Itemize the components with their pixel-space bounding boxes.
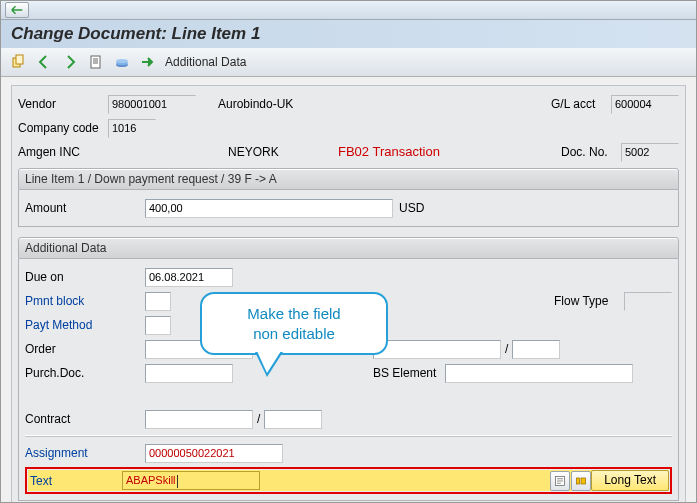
- svg-rect-2: [91, 56, 100, 68]
- order-label: Order: [25, 337, 145, 361]
- company-code-label: Company code: [18, 116, 108, 140]
- additional-data-button[interactable]: Additional Data: [165, 55, 246, 69]
- purch-doc-field[interactable]: [145, 364, 233, 383]
- long-text-label: Long Text: [604, 471, 656, 490]
- gl-acct-label: G/L acct: [551, 92, 611, 116]
- callout-line1: Make the field: [214, 304, 374, 324]
- long-text-editor-icon[interactable]: [550, 471, 570, 491]
- city-value: NEYORK: [228, 140, 338, 164]
- amount-label: Amount: [25, 196, 145, 220]
- callout-line2: non editable: [214, 324, 374, 344]
- line-item-group: Amount 400,00 USD: [18, 190, 679, 227]
- vendor-value: 980001001: [108, 95, 196, 114]
- svg-rect-1: [16, 55, 23, 64]
- amount-currency: USD: [399, 196, 424, 220]
- due-on-field[interactable]: 06.08.2021: [145, 268, 233, 287]
- company-code-value: 1016: [108, 119, 156, 138]
- pmnt-block-link[interactable]: Pmnt block: [25, 289, 145, 313]
- fb02-hint: FB02 Transaction: [338, 140, 488, 164]
- next-item-icon[interactable]: [59, 51, 81, 73]
- application-toolbar: Additional Data: [1, 48, 696, 77]
- contract-label: Contract: [25, 407, 145, 431]
- flow-type-field: [624, 292, 672, 311]
- contract-item-field[interactable]: [264, 410, 322, 429]
- doc-no-label: Doc. No.: [561, 140, 621, 164]
- assignment-field[interactable]: 00000050022021: [145, 444, 283, 463]
- flow-type-label: Flow Type: [554, 289, 624, 313]
- svg-rect-7: [577, 478, 580, 484]
- content-area: Vendor 980001001 Aurobindo-UK G/L acct 6…: [1, 77, 696, 502]
- contract-field[interactable]: [145, 410, 253, 429]
- company-name: Amgen INC: [18, 140, 228, 164]
- payt-method-field[interactable]: [145, 316, 171, 335]
- wbs-element-field[interactable]: [445, 364, 633, 383]
- network-activity-field[interactable]: [512, 340, 560, 359]
- previous-item-icon[interactable]: [33, 51, 55, 73]
- vendor-label: Vendor: [18, 92, 108, 116]
- wbs-element-label: BS Element: [373, 361, 445, 385]
- page-title: Change Document: Line Item 1: [11, 24, 260, 44]
- network-field[interactable]: [373, 340, 501, 359]
- purch-doc-label: Purch.Doc.: [25, 361, 145, 385]
- enter-icon[interactable]: [5, 2, 29, 18]
- copy-icon[interactable]: [7, 51, 29, 73]
- assignment-link[interactable]: Assignment: [25, 441, 145, 465]
- text-row-highlight-box: Text ABAPSkill Long Text: [25, 467, 672, 494]
- line-item-group-header: Line Item 1 / Down payment request / 39 …: [18, 168, 679, 190]
- vendor-name: Aurobindo-UK: [218, 92, 368, 116]
- system-strip: [1, 1, 696, 20]
- services-icon[interactable]: [111, 51, 133, 73]
- more-icon[interactable]: [571, 471, 591, 491]
- payt-method-link[interactable]: Payt Method: [25, 313, 145, 337]
- document-icon[interactable]: [85, 51, 107, 73]
- slash-sep: /: [501, 337, 512, 361]
- due-on-label: Due on: [25, 265, 145, 289]
- text-link[interactable]: Text: [28, 469, 122, 493]
- slash-sep-2: /: [253, 407, 264, 431]
- svg-point-5: [116, 59, 128, 63]
- text-field[interactable]: ABAPSkill: [122, 471, 260, 490]
- doc-no-value: 5002: [621, 143, 679, 162]
- svg-rect-8: [581, 478, 586, 484]
- page-title-bar: Change Document: Line Item 1: [1, 20, 696, 48]
- long-text-button[interactable]: Long Text: [591, 470, 669, 491]
- gl-acct-value: 600004: [611, 95, 679, 114]
- callout-bubble: Make the field non editable: [200, 292, 388, 355]
- pmnt-block-field[interactable]: [145, 292, 171, 311]
- additional-data-group-header: Additional Data: [18, 237, 679, 259]
- amount-field[interactable]: 400,00: [145, 199, 393, 218]
- additional-data-icon[interactable]: [137, 51, 159, 73]
